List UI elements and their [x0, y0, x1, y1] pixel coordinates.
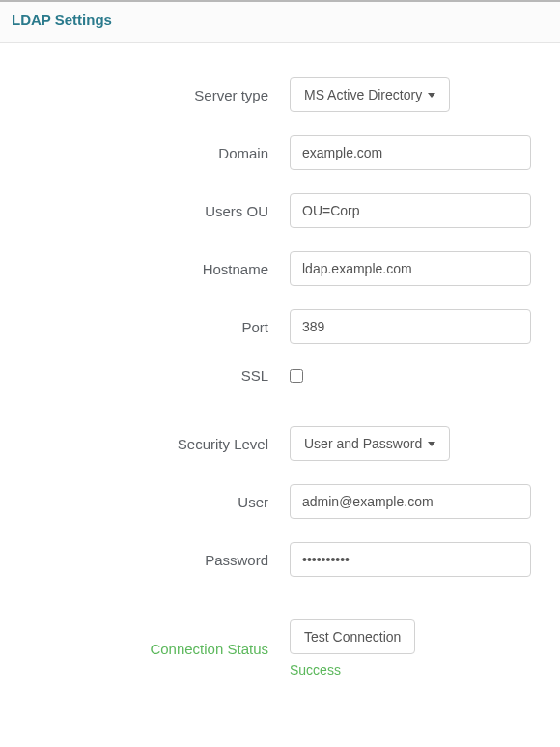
row-hostname: Hostname [0, 251, 560, 286]
ssl-checkbox[interactable] [290, 369, 303, 383]
row-user: User [0, 484, 560, 519]
users-ou-input[interactable] [290, 193, 531, 228]
port-input[interactable] [290, 309, 531, 344]
label-domain: Domain [0, 145, 290, 161]
connection-status-result: Success [290, 662, 341, 677]
label-connection-status: Connection Status [150, 641, 268, 657]
server-type-value: MS Active Directory [304, 87, 422, 102]
row-password: Password [0, 542, 560, 577]
row-ssl: SSL [0, 367, 560, 384]
label-security-level: Security Level [0, 436, 290, 452]
security-level-value: User and Password [304, 436, 422, 451]
row-connection-status: Connection Status Test Connection Succes… [0, 619, 560, 677]
row-users-ou: Users OU [0, 193, 560, 228]
hostname-input[interactable] [290, 251, 531, 286]
label-user: User [0, 494, 290, 510]
row-security-level: Security Level User and Password [0, 426, 560, 461]
label-hostname: Hostname [0, 261, 290, 277]
test-connection-button[interactable]: Test Connection [290, 619, 415, 654]
panel-title: LDAP Settings [12, 12, 112, 28]
label-ssl: SSL [0, 367, 290, 384]
server-type-dropdown[interactable]: MS Active Directory [290, 77, 450, 112]
row-domain: Domain [0, 135, 560, 170]
caret-down-icon [428, 442, 435, 446]
password-input[interactable] [290, 542, 531, 577]
row-port: Port [0, 309, 560, 344]
security-level-dropdown[interactable]: User and Password [290, 426, 450, 461]
user-input[interactable] [290, 484, 531, 519]
label-server-type: Server type [0, 87, 290, 103]
label-users-ou: Users OU [0, 203, 290, 219]
panel-header: LDAP Settings [0, 0, 560, 43]
row-server-type: Server type MS Active Directory [0, 77, 560, 112]
caret-down-icon [428, 93, 435, 98]
label-port: Port [0, 319, 290, 335]
label-password: Password [0, 552, 290, 568]
ldap-settings-form: Server type MS Active Directory Domain U… [0, 43, 560, 677]
domain-input[interactable] [290, 135, 531, 170]
